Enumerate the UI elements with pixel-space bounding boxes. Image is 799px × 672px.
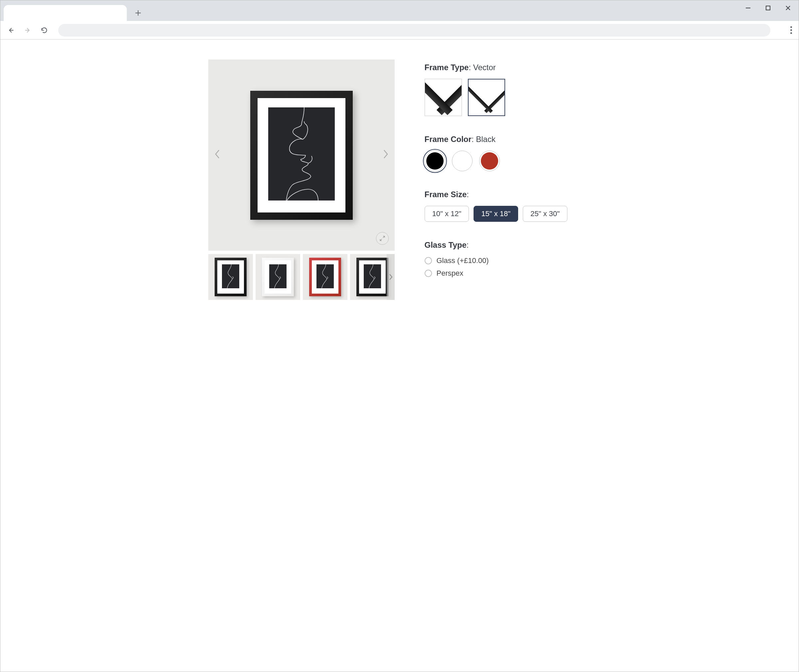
gallery-thumbnail[interactable] [255, 254, 300, 300]
arrow-left-icon [7, 27, 14, 34]
radio-label: Glass (+£10.00) [436, 256, 489, 265]
option-name: Frame Size [425, 190, 467, 199]
frame-corner-icon [470, 79, 504, 116]
radio-label: Perspex [436, 269, 464, 278]
window-minimize-button[interactable] [738, 1, 758, 15]
frame-size-group: Frame Size: 10" x 12" 15" x 18" 25" x 30… [425, 190, 591, 222]
kebab-dot-icon [790, 29, 792, 31]
browser-tab[interactable] [4, 5, 127, 21]
glass-type-option-glass[interactable]: Glass (+£10.00) [425, 256, 591, 265]
frame-mat [258, 98, 345, 213]
glass-type-choices: Glass (+£10.00) Perspex [425, 256, 591, 278]
option-name: Frame Color [425, 134, 472, 144]
kebab-dot-icon [790, 26, 792, 28]
gallery-prev-button[interactable] [211, 142, 224, 168]
frame-size-option[interactable]: 25" x 30" [523, 206, 567, 222]
close-icon [785, 5, 791, 11]
gallery-thumbnail[interactable] [208, 254, 253, 300]
browser-menu-button[interactable] [788, 24, 794, 36]
gallery-main-image [208, 59, 395, 251]
reload-button[interactable] [38, 24, 50, 36]
frame-size-label: Frame Size: [425, 190, 591, 199]
maximize-icon [765, 5, 771, 11]
browser-titlebar [0, 0, 799, 21]
frame-size-choices: 10" x 12" 15" x 18" 25" x 30" [425, 206, 591, 222]
window-maximize-button[interactable] [758, 1, 778, 15]
frame-color-option-black[interactable] [425, 150, 445, 171]
artwork-canvas [268, 107, 335, 200]
product-section: Frame Type: Vector Frame Color: [208, 59, 591, 300]
kebab-dot-icon [790, 32, 792, 34]
expand-icon [379, 235, 385, 242]
address-bar[interactable] [58, 24, 770, 37]
gallery-framed-art [250, 91, 353, 220]
window-controls [738, 1, 798, 15]
thumbnails-next-button[interactable] [387, 254, 395, 300]
glass-type-option-perspex[interactable]: Perspex [425, 269, 591, 278]
frame-type-label: Frame Type: Vector [425, 63, 591, 72]
frame-corner-icon [426, 79, 460, 116]
glass-type-label: Glass Type: [425, 240, 591, 250]
window-close-button[interactable] [778, 1, 798, 15]
frame-size-option[interactable]: 10" x 12" [425, 206, 469, 222]
frame-type-option-conservation[interactable] [425, 79, 462, 116]
svg-line-9 [380, 239, 382, 241]
browser-toolbar [0, 21, 799, 40]
svg-line-8 [383, 236, 384, 238]
option-name: Glass Type [425, 240, 467, 250]
radio-icon [425, 270, 432, 277]
reload-icon [41, 27, 48, 34]
glass-type-group: Glass Type: Glass (+£10.00) Perspex [425, 240, 591, 278]
frame-type-option-vector[interactable] [468, 79, 505, 116]
frame-type-choices [425, 79, 591, 116]
frame-color-label: Frame Color: Black [425, 134, 591, 144]
chevron-right-icon [389, 274, 393, 280]
chevron-left-icon [214, 149, 220, 159]
minimize-icon [745, 5, 751, 11]
frame-type-group: Frame Type: Vector [425, 63, 591, 116]
frame-color-group: Frame Color: Black [425, 134, 591, 171]
chevron-right-icon [383, 149, 389, 159]
gallery-thumbnails [208, 254, 395, 300]
page-content: Frame Type: Vector Frame Color: [0, 40, 799, 672]
line-art-icon [268, 107, 335, 200]
product-gallery [208, 59, 395, 300]
browser-window: Frame Type: Vector Frame Color: [0, 0, 799, 672]
plus-icon [135, 10, 141, 16]
product-options: Frame Type: Vector Frame Color: [425, 59, 591, 300]
frame-color-option-red[interactable] [479, 150, 500, 171]
back-button[interactable] [5, 24, 17, 36]
frame-size-option[interactable]: 15" x 18" [473, 206, 518, 222]
forward-button[interactable] [22, 24, 34, 36]
gallery-fullscreen-button[interactable] [376, 232, 389, 245]
new-tab-button[interactable] [132, 6, 145, 19]
option-name: Frame Type [425, 63, 469, 72]
radio-icon [425, 257, 432, 264]
option-value: Vector [473, 63, 496, 72]
svg-rect-3 [766, 6, 770, 10]
gallery-next-button[interactable] [379, 142, 392, 168]
frame-color-option-white[interactable] [452, 150, 473, 171]
arrow-right-icon [24, 27, 31, 34]
gallery-thumbnail[interactable] [303, 254, 347, 300]
frame-color-choices [425, 150, 591, 171]
option-value: Black [476, 134, 496, 144]
